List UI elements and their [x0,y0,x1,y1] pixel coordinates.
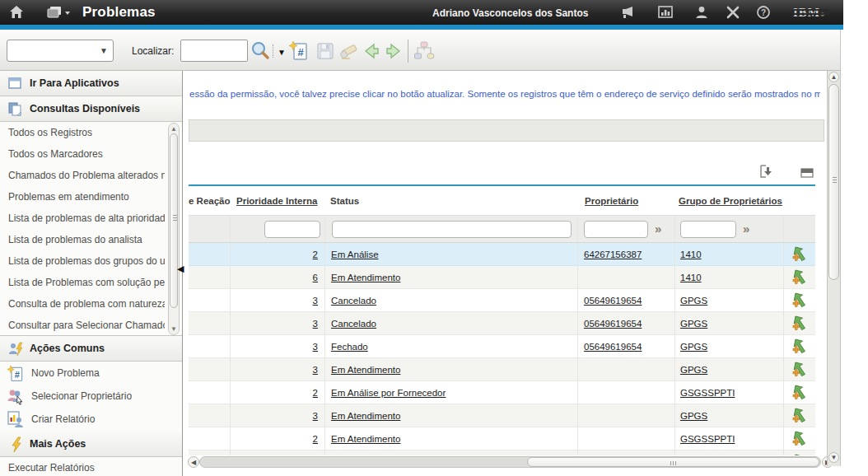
query-select-dropdown[interactable]: ▼ [7,40,114,62]
show-on-map-icon[interactable] [792,362,808,377]
table-row[interactable]: 3Em AtendimentoGPGS [189,404,815,427]
sidebar-collapse-icon[interactable]: ◀ [177,264,184,274]
sidebar-query-item[interactable]: Todos os Marcadores [0,143,165,165]
show-on-map-icon[interactable] [792,269,808,285]
sidebar-query-item[interactable]: Problemas em atendimento [0,186,165,208]
show-on-map-icon[interactable] [792,385,808,400]
scroll-down-icon[interactable]: ▼ [170,325,178,333]
scroll-down-icon[interactable]: ▼ [828,452,839,463]
vertical-scroll-thumb[interactable] [828,84,839,280]
show-on-map-icon[interactable] [792,338,808,354]
select-value-grupo-icon[interactable]: » [743,221,749,237]
column-header-proprietario[interactable]: Proprietário [578,196,675,206]
cell-prioridade-link[interactable]: 2 [313,388,318,398]
sidebar-list-scrollbar[interactable]: ▲ ▼ [168,123,180,335]
filter-prioridade-input[interactable] [264,221,320,238]
cell-prioridade-link[interactable]: 6 [313,273,318,282]
cell-status-link[interactable]: Cancelado [331,296,376,306]
sidebar-query-item[interactable]: Consultar para Selecionar Chamado... [0,315,165,336]
help-icon[interactable]: ? [755,5,772,20]
horizontal-scrollbar[interactable]: ◀ ▶ [188,455,833,469]
filter-status-input[interactable] [332,221,572,238]
search-icon[interactable] [250,40,271,62]
localizar-input[interactable] [180,40,248,62]
scroll-up-icon[interactable]: ▲ [170,125,178,133]
cell-prioridade-link[interactable]: 2 [313,250,318,259]
cell-grupo-link[interactable]: GPGS [680,365,707,375]
show-on-map-icon[interactable] [792,408,808,423]
table-row[interactable]: 2Em Análise642671563871410 [189,243,815,266]
column-header-status[interactable]: Status [325,196,578,206]
table-row[interactable]: 3Cancelado05649619654GPGS [189,312,815,335]
cell-grupo-link[interactable]: GSGSSPPTI [680,434,735,444]
sidebar-query-item[interactable]: Chamados do Problema alterados na... [0,165,165,186]
cell-proprietario-link[interactable]: 64267156387 [584,250,642,259]
sidebar-section-queries[interactable]: Consultas Disponíveis [0,96,182,122]
cell-prioridade-link[interactable]: 2 [313,434,318,444]
sidebar-query-item[interactable]: Lista de problemas do analista [0,229,165,250]
applications-menu-icon[interactable] [46,6,71,21]
sidebar-query-item[interactable]: Lista de problemas de alta prioridade ..… [0,208,165,229]
show-on-map-icon[interactable] [792,431,808,446]
scroll-left-icon[interactable]: ◀ [188,456,199,468]
announcements-icon[interactable] [619,5,636,20]
search-options-caret[interactable]: ▼ [278,48,286,57]
cell-proprietario-link[interactable]: 05649619654 [584,319,642,329]
action-criar-relatorio[interactable]: Criar Relatório [0,408,182,431]
cell-prioridade-link[interactable]: 3 [313,411,318,421]
previous-record-icon[interactable] [361,40,382,62]
show-on-map-icon[interactable] [792,246,808,262]
cell-grupo-link[interactable]: GSGSSPPTI [680,388,735,398]
sidebar-section-common-actions[interactable]: Ações Comuns [0,336,182,362]
cell-grupo-link[interactable]: 1410 [680,273,702,282]
cell-grupo-link[interactable]: GPGS [680,411,707,421]
download-icon[interactable] [758,164,772,179]
sidebar-query-item[interactable]: Lista de Problemas com solução pen... [0,272,165,293]
action-executar-relatorios[interactable]: Executar Relatórios [0,457,182,476]
cell-status-link[interactable]: Em Atendimento [331,365,400,375]
cell-grupo-link[interactable]: GPGS [680,296,707,306]
sidebar-query-item[interactable]: Lista de problemas dos grupos do us... [0,250,165,272]
horizontal-scroll-thumb[interactable] [527,457,819,467]
collapsed-filter-bar[interactable] [189,119,824,142]
cell-grupo-link[interactable]: 1410 [680,250,702,259]
sidebar-section-go-to[interactable]: Ir Para Aplicativos [0,71,182,96]
save-icon[interactable] [315,40,336,62]
filter-grupo-input[interactable] [680,221,736,238]
cell-prioridade-link[interactable]: 3 [313,319,318,329]
workflow-icon[interactable] [413,40,435,62]
logout-icon[interactable] [725,5,741,20]
cell-proprietario-link[interactable]: 05649619654 [584,296,642,306]
cell-status-link[interactable]: Em Atendimento [331,411,400,421]
cell-status-link[interactable]: Em Análise por Fornecedor [331,388,446,398]
show-on-map-icon[interactable] [792,292,808,308]
profile-icon[interactable] [693,5,710,20]
sidebar-query-item[interactable]: Consulta de problema com natureza [0,293,165,315]
clear-changes-icon[interactable] [338,40,360,62]
sidebar-query-item[interactable]: Todos os Registros [0,122,165,143]
scroll-up-icon[interactable]: ▲ [828,72,839,82]
select-value-proprietario-icon[interactable]: » [655,221,661,237]
table-row[interactable]: 3Fechado05649619654GPGS [189,335,815,358]
reports-icon[interactable] [657,5,674,20]
table-row[interactable]: 3Em AtendimentoGPGS [189,358,815,381]
next-record-icon[interactable] [383,40,404,62]
home-icon[interactable] [8,4,25,19]
filter-proprietario-input[interactable] [584,221,648,238]
cell-status-link[interactable]: Cancelado [331,319,376,329]
new-record-icon[interactable]: # [288,40,310,62]
cell-status-link[interactable]: Em Análise [331,250,379,259]
action-selecionar-proprietario[interactable]: Selecionar Proprietário [0,385,182,408]
vertical-scrollbar[interactable]: ▲ ▼ [827,71,841,466]
cell-status-link[interactable]: Fechado [331,342,368,352]
cell-proprietario-link[interactable]: 05649619654 [584,342,642,352]
show-on-map-icon[interactable] [792,315,808,331]
cell-grupo-link[interactable]: GPGS [680,319,707,329]
cell-grupo-link[interactable]: GPGS [680,342,707,352]
sidebar-section-more-actions[interactable]: Mais Ações [0,432,182,457]
column-header-prioridade[interactable]: Prioridade Interna [231,196,325,206]
table-row[interactable]: 3Cancelado05649619654GPGS [189,289,815,312]
cell-prioridade-link[interactable]: 3 [313,342,318,352]
cell-status-link[interactable]: Em Atendimento [331,273,400,282]
column-header-reacao[interactable]: e Reação [189,196,231,206]
